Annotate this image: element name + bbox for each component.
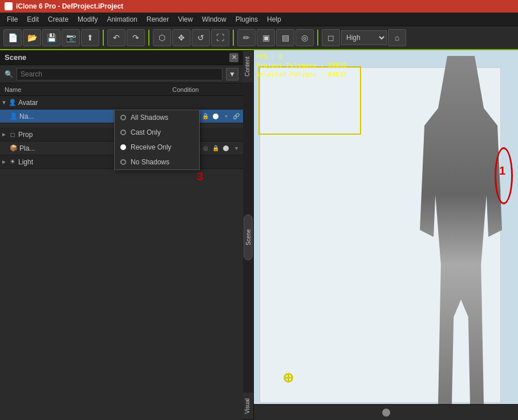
scene-panel-title: Scene [5,53,26,62]
menu-create[interactable]: Create [43,14,73,25]
timeline-scroll-handle[interactable] [382,409,390,417]
prop-toggle[interactable]: ► [0,131,8,139]
shadow-all[interactable]: All Shadows [115,110,199,125]
pla-row-icons: ◎ 🔒 ▾ [201,144,243,153]
menu-plugins[interactable]: Plugins [231,14,262,25]
pla-eye-icon[interactable]: ◎ [201,144,210,153]
scene-side-tabs: Content Scene Visual [243,50,253,420]
shadow-all-radio [120,115,126,120]
fps-stat: FPS : 0 [256,52,347,61]
shadow-receive-label: Receive Only [131,143,171,151]
scene-panel: Scene ✕ 🔍 ▼ Name Condition ▼ 👤 Ava [0,50,254,420]
merge-btn[interactable]: ▣ [257,29,275,46]
search-bar: 🔍 ▼ [0,65,243,83]
tree-header: Name Condition [0,83,243,96]
titlebar: iClone 6 Pro - DefProject.iProject [0,0,518,13]
pla-extra-icon[interactable]: ▾ [232,144,241,153]
shadow-dropdown: All Shadows Cast Only Receive Only No Sh… [114,110,200,170]
avatar-toggle[interactable]: ▼ [0,99,8,107]
shadow-none-radio [120,159,126,165]
shadow-dot [213,114,218,119]
scene-panel-header: Scene ✕ [0,50,243,65]
menu-help[interactable]: Help [262,14,286,25]
export-btn[interactable]: ⬆ [81,29,99,46]
menu-view[interactable]: View [173,14,197,25]
rotate-btn[interactable]: ↺ [192,29,210,46]
shadow-receive-radio [120,144,126,150]
na-shadow-dropdown-trigger[interactable] [211,112,220,121]
search-dropdown-btn[interactable]: ▼ [226,68,238,80]
col-name: Name [2,86,172,93]
pla-shadow-icon[interactable] [221,144,230,153]
pla-icon: 📦 [9,144,18,153]
toolbar-sep-3 [233,30,234,46]
menu-file[interactable]: File [2,14,22,25]
avatar-figure [392,50,518,404]
paint-btn[interactable]: ✏ [237,29,256,46]
viewport-stats: FPS : 0 Project Polygons : 58838 Selecte… [256,52,347,79]
toolbar-sep-2 [148,30,149,46]
shadow-receive[interactable]: Receive Only [115,140,199,155]
menubar: File Edit Create Modify Animation Render… [0,13,518,26]
visual-tab-label: Visual [244,398,250,414]
na-lock-icon[interactable]: 🔒 [201,112,210,121]
prop-group-icon: □ [8,130,17,139]
main-area: Scene ✕ 🔍 ▼ Name Condition ▼ 👤 Ava [0,50,518,420]
scene-collapse-handle[interactable]: Scene [244,215,253,260]
toolbar-sep-4 [317,30,318,46]
content-tab-label: Content [244,56,250,76]
yellow-crosshair: ⊕ [282,370,294,386]
open-btn[interactable]: 📂 [23,29,41,46]
shadow-all-label: All Shadows [131,114,168,122]
na-link-icon[interactable]: 🔗 [232,112,241,121]
scene-tab-visual[interactable]: Visual [243,393,253,420]
camera-save-btn[interactable]: 📷 [62,29,80,46]
light-group-icon: ☀ [8,158,17,167]
save-btn[interactable]: 💾 [42,29,60,46]
app-favicon [5,2,13,10]
menu-render[interactable]: Render [142,14,173,25]
home-btn[interactable]: ⌂ [388,29,406,46]
select-btn[interactable]: ⬡ [153,29,171,46]
avatar-label: Avatar [17,99,243,107]
scene-tab-label: Scene [245,229,252,245]
light-toggle[interactable]: ► [0,158,8,166]
split-btn[interactable]: ▤ [276,29,294,46]
menu-animation[interactable]: Animation [102,14,141,25]
menu-modify[interactable]: Modify [73,14,102,25]
scene-tree: ▼ 👤 Avatar 👤 Na... ◎ 🔒 ▾ [0,96,243,420]
shadow-none-label: No Shadows [131,158,169,166]
redo-btn[interactable]: ↷ [127,29,145,46]
annotation-1: 1 [499,164,505,177]
move-btn[interactable]: ✥ [172,29,191,46]
pla-shadow-dot [223,146,229,151]
na-person-icon: 👤 [9,112,18,121]
menu-window[interactable]: Window [197,14,231,25]
viewport: ⊕ FPS : 0 Project Polygons : 58838 Selec… [254,50,518,420]
scene-tab-content[interactable]: Content [243,50,253,82]
scene-panel-close[interactable]: ✕ [229,53,238,62]
monitor-btn[interactable]: ◻ [322,29,340,46]
shadow-none[interactable]: No Shadows [115,155,199,169]
na-extra-icon[interactable]: ▾ [221,112,230,121]
search-icon: 🔍 [5,70,13,78]
menu-edit[interactable]: Edit [22,14,43,25]
shadow-cast-label: Cast Only [131,128,161,136]
polygon-stat: Project Polygons : 58838 [256,61,347,70]
new-btn[interactable]: 📄 [3,29,22,46]
tree-row-avatar[interactable]: ▼ 👤 Avatar [0,96,243,110]
undo-btn[interactable]: ↶ [107,29,126,46]
toolbar: 📄 📂 💾 📷 ⬆ ↶ ↷ ⬡ ✥ ↺ ⛶ ✏ ▣ ▤ ◎ ◻ Low Medi… [0,26,518,50]
search-input[interactable] [17,68,222,80]
shadow-cast[interactable]: Cast Only [115,125,199,140]
avatar-group-icon: 👤 [8,98,17,107]
col-condition: Condition [172,86,241,93]
fullscreen-btn[interactable]: ⛶ [211,29,229,46]
selected-stat: Selected Polygon : 84037 [256,70,347,79]
bottom-bar [254,404,518,420]
eye-btn[interactable]: ◎ [296,29,314,46]
quality-select[interactable]: Low Medium High Ultra [341,30,387,45]
titlebar-text: iClone 6 Pro - DefProject.iProject [16,2,123,10]
pla-lock-icon[interactable]: 🔒 [211,144,220,153]
shadow-cast-radio [120,130,126,135]
